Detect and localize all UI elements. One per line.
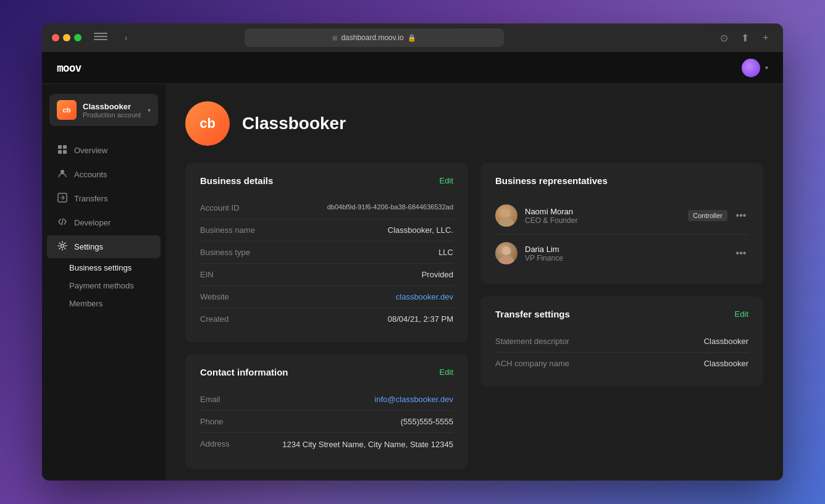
address-bar[interactable]: ⊞ dashboard.moov.io 🔒: [245, 28, 504, 47]
business-details-header: Business details Edit: [200, 175, 453, 186]
email-label: Email: [200, 395, 220, 404]
business-details-title: Business details: [200, 175, 273, 186]
sidebar-item-settings[interactable]: Settings: [47, 235, 161, 258]
sidebar-item-transfers[interactable]: Transfers: [47, 187, 161, 210]
contact-info-header: Contact information Edit: [200, 367, 453, 377]
website-value[interactable]: classbooker.dev: [396, 292, 453, 301]
account-switcher[interactable]: cb Classbooker Production account ▾: [49, 94, 158, 126]
ach-company-label: ACH company name: [495, 359, 569, 368]
account-initials: cb: [63, 106, 71, 114]
avatar-image: [742, 59, 760, 77]
overview-label: Overview: [74, 146, 107, 155]
developer-label: Developer: [74, 218, 111, 227]
sidebar-item-payment-methods[interactable]: Payment methods: [59, 277, 165, 295]
cards-row: Business details Edit Account ID db04bf9…: [185, 163, 763, 469]
main-content: cb Classbooker Business details Edit: [165, 84, 783, 481]
new-tab-button[interactable]: +: [758, 30, 773, 45]
overview-icon: [57, 145, 68, 156]
sidebar: cb Classbooker Production account ▾ Over…: [42, 84, 165, 481]
traffic-lights: [52, 34, 82, 41]
created-label: Created: [200, 314, 228, 324]
account-id-value: db04bf9d-91f6-4206-ba38-6844636532ad: [327, 203, 453, 211]
close-button[interactable]: [52, 34, 59, 41]
svg-rect-2: [63, 145, 67, 149]
sidebar-item-overview[interactable]: Overview: [47, 139, 161, 162]
back-button[interactable]: ‹: [117, 29, 135, 46]
statement-descriptor-row: Statement descriptor Classbooker: [495, 330, 748, 353]
transfer-settings-card: Transfer settings Edit Statement descrip…: [480, 296, 763, 387]
svg-point-5: [61, 170, 64, 174]
account-chevron-icon: ▾: [765, 64, 768, 71]
ein-value: Provided: [422, 270, 453, 279]
svg-rect-4: [63, 150, 67, 154]
sidebar-item-developer[interactable]: Developer: [47, 211, 161, 234]
logo: moov: [57, 62, 94, 74]
statement-descriptor-value: Classbooker: [704, 337, 748, 346]
developer-icon: [57, 217, 68, 229]
app-header: moov ▾: [42, 52, 783, 84]
sidebar-item-accounts[interactable]: Accounts: [47, 163, 161, 186]
rep-info-naomi: Naomi Moran CEO & Founder: [525, 207, 681, 225]
maximize-button[interactable]: [74, 34, 82, 41]
email-row: Email info@classbooker.dev: [200, 388, 453, 411]
app-container: moov ▾ cb Classbooker: [42, 52, 783, 481]
lock-icon: ⊞: [332, 35, 337, 41]
business-details-edit[interactable]: Edit: [440, 176, 453, 185]
business-type-row: Business type LLC: [200, 242, 453, 264]
address-value: 1234 City Street Name, City Name, State …: [282, 439, 453, 450]
page-title: Classbooker: [242, 114, 346, 133]
sidebar-item-business-settings[interactable]: Business settings: [59, 259, 165, 277]
website-row: Website classbooker.dev: [200, 286, 453, 308]
settings-submenu: Business settings Payment methods Member…: [59, 259, 165, 313]
statement-descriptor-label: Statement descriptor: [495, 337, 569, 346]
business-reps-title: Business representatives: [495, 175, 608, 186]
svg-point-9: [499, 218, 514, 227]
email-value[interactable]: info@classbooker.dev: [375, 395, 453, 404]
address-row: Address 1234 City Street Name, City Name…: [200, 433, 453, 456]
main-layout: cb Classbooker Production account ▾ Over…: [42, 84, 783, 481]
business-reps-header: Business representatives: [495, 175, 748, 186]
rep-title-daria: VP Finance: [525, 254, 726, 262]
rep-actions-naomi: Controller •••: [688, 208, 748, 223]
rep-name-naomi: Naomi Moran: [525, 207, 681, 216]
minimize-button[interactable]: [63, 34, 70, 41]
rep-name-daria: Daria Lim: [525, 245, 726, 254]
website-label: Website: [200, 292, 229, 301]
ach-company-value: Classbooker: [704, 359, 748, 368]
controller-badge: Controller: [688, 210, 727, 221]
download-button[interactable]: ⊙: [716, 30, 731, 45]
ach-company-row: ACH company name Classbooker: [495, 353, 748, 374]
rep-more-button-naomi[interactable]: •••: [734, 208, 748, 223]
transfer-settings-edit[interactable]: Edit: [735, 309, 748, 319]
settings-icon: [57, 241, 68, 253]
settings-label: Settings: [74, 242, 103, 251]
user-avatar[interactable]: [742, 59, 760, 77]
sidebar-toggle-button[interactable]: [94, 33, 107, 43]
address-label: Address: [200, 439, 230, 448]
created-row: Created 08/04/21, 2:37 PM: [200, 308, 453, 330]
browser-window: ‹ ⊞ dashboard.moov.io 🔒 ⊙ ⬆ + moov: [42, 23, 783, 481]
account-id-row: Account ID db04bf9d-91f6-4206-ba38-68446…: [200, 197, 453, 219]
rep-title-naomi: CEO & Founder: [525, 216, 681, 225]
rep-actions-daria: •••: [734, 246, 748, 261]
contact-info-title: Contact information: [200, 367, 288, 377]
business-type-label: Business type: [200, 248, 250, 257]
browser-titlebar: ‹ ⊞ dashboard.moov.io 🔒 ⊙ ⬆ +: [42, 23, 783, 52]
contact-info-edit[interactable]: Edit: [440, 368, 453, 377]
company-avatar: cb: [185, 101, 230, 146]
right-column: Business representatives Naomi Moran CEO…: [480, 163, 763, 469]
account-info: Classbooker Production account: [83, 102, 141, 119]
header-right: ▾: [742, 59, 768, 77]
page-header: cb Classbooker: [185, 101, 763, 146]
share-button[interactable]: ⬆: [737, 30, 752, 45]
rep-item-naomi: Naomi Moran CEO & Founder Controller •••: [495, 197, 748, 235]
sidebar-item-members[interactable]: Members: [59, 295, 165, 313]
browser-actions: ⊙ ⬆ +: [716, 30, 773, 45]
account-type: Production account: [83, 111, 141, 119]
rep-avatar-naomi: [495, 204, 517, 227]
lock-secure-icon: 🔒: [408, 34, 416, 42]
svg-point-10: [502, 246, 511, 255]
transfer-settings-header: Transfer settings Edit: [495, 309, 748, 319]
rep-item-daria: Daria Lim VP Finance •••: [495, 235, 748, 272]
rep-more-button-daria[interactable]: •••: [734, 246, 748, 261]
